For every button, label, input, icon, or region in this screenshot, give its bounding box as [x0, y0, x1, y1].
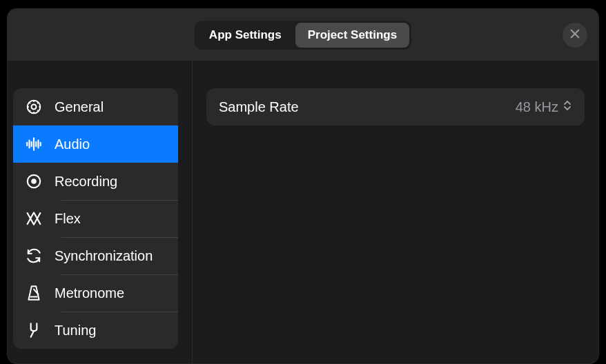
sample-rate-select[interactable]: 48 kHz: [516, 99, 572, 115]
sidebar-item-label: Audio: [55, 136, 90, 152]
sidebar-item-label: Metronome: [55, 285, 124, 301]
settings-content: Sample Rate 48 kHz: [193, 61, 598, 363]
settings-scope-segmented: App Settings Project Settings: [195, 21, 411, 50]
setting-value-text: 48 kHz: [516, 99, 558, 115]
svg-point-3: [31, 179, 37, 184]
updown-chevron-icon: [563, 99, 572, 115]
sidebar-item-label: Synchronization: [55, 248, 153, 264]
tuning-fork-icon: [24, 321, 43, 340]
sidebar-item-label: Recording: [55, 174, 117, 190]
modal-titlebar: App Settings Project Settings: [8, 9, 598, 61]
flex-icon: [24, 209, 43, 228]
waveform-icon: [24, 134, 43, 154]
setting-label: Sample Rate: [219, 99, 299, 115]
svg-point-1: [28, 101, 41, 114]
record-icon: [24, 172, 43, 191]
sidebar-item-general[interactable]: General: [13, 88, 178, 125]
sidebar-item-flex[interactable]: Flex: [13, 200, 178, 237]
gear-icon: [24, 97, 43, 117]
sidebar-item-label: Tuning: [55, 323, 96, 338]
sync-icon: [24, 246, 43, 265]
settings-sidebar: General Audio: [13, 88, 178, 349]
sidebar-item-recording[interactable]: Recording: [13, 163, 178, 200]
svg-point-0: [32, 105, 37, 110]
tab-label: App Settings: [209, 28, 282, 41]
sidebar-item-synchronization[interactable]: Synchronization: [13, 237, 178, 274]
tab-project-settings[interactable]: Project Settings: [295, 23, 409, 48]
sidebar-item-tuning[interactable]: Tuning: [13, 312, 178, 349]
metronome-icon: [24, 283, 43, 303]
close-icon: [569, 28, 581, 43]
sidebar-item-label: Flex: [55, 211, 81, 227]
sidebar-item-label: General: [55, 99, 104, 115]
modal-body: General Audio: [8, 61, 598, 363]
sidebar-column: General Audio: [8, 61, 193, 363]
sidebar-item-metronome[interactable]: Metronome: [13, 274, 178, 312]
setting-row-sample-rate: Sample Rate 48 kHz: [206, 88, 585, 125]
close-button[interactable]: [563, 23, 587, 48]
tab-label: Project Settings: [308, 28, 397, 41]
tab-app-settings[interactable]: App Settings: [197, 23, 294, 48]
sidebar-item-audio[interactable]: Audio: [13, 125, 178, 163]
settings-modal: App Settings Project Settings: [7, 8, 599, 364]
